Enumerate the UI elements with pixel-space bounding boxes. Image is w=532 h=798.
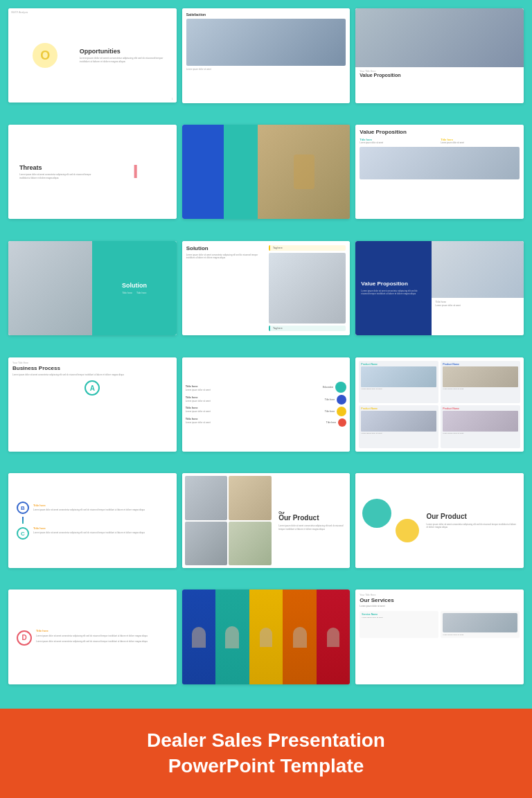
- slide-solution-white[interactable]: Solution Lorem ipsum dolor sit amet cons…: [182, 241, 351, 336]
- circle-red: [338, 418, 346, 427]
- features-grid: Title here Lorem ipsum dolor sit amet Ti…: [360, 138, 520, 145]
- slide-business-bc[interactable]: B Title here Lorem ipsum dolor sit amet …: [8, 473, 177, 567]
- slide-process-circles[interactable]: Title here Lorem ipsum dolor sit amet Ti…: [182, 357, 351, 452]
- slide-title: Our Product: [278, 515, 346, 522]
- product-cell-3: Product Name Lorem ipsum dolor sit amet: [359, 405, 438, 448]
- slide-threats[interactable]: Threats Lorem ipsum dolor sit amet conse…: [8, 125, 177, 219]
- circle-row-3: Title here: [244, 407, 347, 416]
- slide-title: Our Services: [360, 597, 520, 603]
- circle-yellow: [337, 407, 346, 416]
- circles-col: Education Title here Title here Title he…: [244, 382, 347, 427]
- service-image: [443, 613, 517, 632]
- slide-image: [360, 147, 520, 179]
- slide-body: Lorem ipsum dolor sit amet consectetur a…: [186, 254, 266, 260]
- slide-body: Lorem ipsum dolor sit amet consectetur a…: [278, 524, 346, 531]
- sub-item-2: Title here: [136, 292, 146, 294]
- people-image: [258, 125, 350, 220]
- slide-title: Threats: [19, 164, 100, 171]
- text-area: Threats Lorem ipsum dolor sit amet conse…: [14, 159, 100, 184]
- slide-sub: Title here Lorem ipsum dolor sit amet: [432, 298, 524, 310]
- slide-title: Business Process: [12, 365, 172, 371]
- slide-satisfaction[interactable]: Satisfaction Lorem ipsum dolor sit amet: [182, 8, 351, 103]
- product-img-1: [185, 476, 228, 520]
- slide-business-d[interactable]: D Title here Lorem ipsum dolor sit amet …: [8, 589, 177, 684]
- slides-grid: SWOT Analysis Opportunities Lorem ipsum …: [0, 0, 532, 709]
- slide-body: Lorem ipsum dolor sit amet consectetur a…: [12, 373, 172, 377]
- circle-row-2: Title here: [244, 395, 347, 405]
- circle-c: C: [17, 527, 29, 540]
- face-stripe-blue: [182, 589, 216, 684]
- service-item-2: Lorem ipsum dolor sit amet: [441, 611, 520, 639]
- slide-value-prop-blue[interactable]: Value Proposition Lorem ipsum dolor sit …: [355, 241, 524, 336]
- slide-body: Lorem ipsum dolor sit amet consectetur a…: [426, 523, 518, 529]
- product-image-1: [361, 366, 436, 387]
- slide-our-product-collage[interactable]: Our Our Product Lorem ipsum dolor sit am…: [182, 473, 351, 568]
- bc-row-b: B Title here Lorem ipsum dolor sit amet …: [17, 502, 168, 514]
- circle-row-1: Education: [244, 382, 347, 393]
- slide-body: Lorem ipsum dolor sit amet consectetur a…: [80, 57, 171, 64]
- slide-body: Lorem ipsum dolor sit amet: [186, 68, 346, 71]
- opportunity-icon: [33, 43, 57, 68]
- slide-body: Lorem ipsum dolor sit amet consectetur a…: [19, 173, 100, 179]
- circle-d: D: [17, 630, 32, 646]
- product-image-4: [443, 411, 518, 432]
- text-area: Your Title Here Value Proposition: [355, 67, 524, 80]
- sub-items: Title here Title here: [123, 292, 147, 294]
- d-text: Title here Lorem ipsum dolor sit amet co…: [36, 629, 148, 644]
- tag-1: Tag here: [269, 245, 346, 251]
- product-img-3: [185, 522, 228, 565]
- slide-value-prop-img[interactable]: Your Title Here Value Proposition: [355, 8, 524, 103]
- slide-business-process-a[interactable]: Your Title Here Business Process Lorem i…: [8, 357, 177, 452]
- bc-text-b: Title here Lorem ipsum dolor sit amet co…: [33, 504, 145, 512]
- right-panel: Solution Title here Title here: [92, 241, 176, 335]
- tag-2: Tag here: [269, 326, 346, 331]
- slide-colorful-faces[interactable]: [182, 589, 351, 684]
- feature-1: Title here Lorem ipsum dolor sit amet: [360, 138, 438, 145]
- product-img-2: [229, 476, 272, 520]
- sub-item-1: Title here: [123, 292, 132, 294]
- slide-image: [186, 19, 346, 66]
- banner-line-2: PowerPoint Template: [168, 755, 364, 777]
- slide-label: Your Title Here: [12, 362, 172, 364]
- bc-row-c: C Title here Lorem ipsum dolor sit amet …: [17, 526, 168, 540]
- slide-image: [355, 8, 524, 67]
- face-stripe-teal: [215, 589, 249, 684]
- right-panel: Title here Lorem ipsum dolor sit amet: [432, 241, 524, 336]
- circle-b: B: [17, 502, 29, 514]
- product-cell-1: Product Name Lorem ipsum dolor sit amet: [359, 361, 438, 404]
- face-stripe-yellow: [249, 589, 283, 684]
- slide-product-grid[interactable]: Product Name Lorem ipsum dolor sit amet …: [355, 357, 524, 452]
- slide-title: Solution: [122, 282, 147, 289]
- slide-image: [432, 241, 524, 298]
- face-stripe-red: [317, 589, 351, 684]
- icon-area: I: [100, 161, 171, 183]
- slide-our-services[interactable]: Your Title Here Our Services Lorem ipsum…: [355, 589, 524, 684]
- slide-image: [269, 253, 346, 324]
- slide-title: Satisfaction: [186, 12, 346, 17]
- text-area: Our Our Product Lorem ipsum dolor sit am…: [274, 473, 350, 568]
- product-image-2: [443, 366, 518, 387]
- slide-value-prop-text[interactable]: Value Proposition Title here Lorem ipsum…: [355, 125, 524, 220]
- text-block-1: Title here Lorem ipsum dolor sit amet: [186, 384, 241, 392]
- text-block-2: Title here Lorem ipsum dolor sit amet: [186, 396, 241, 403]
- left-panel: Value Proposition Lorem ipsum dolor sit …: [355, 241, 431, 336]
- slide-opportunities[interactable]: SWOT Analysis Opportunities Lorem ipsum …: [8, 8, 177, 103]
- face-stripe-orange: [283, 589, 317, 684]
- slide-colorful-stripes[interactable]: [182, 125, 351, 220]
- stripe-blue: [182, 125, 224, 220]
- circles-area: [361, 502, 420, 540]
- text-area: Solution Lorem ipsum dolor sit amet cons…: [186, 245, 266, 332]
- slide-our-product-circles[interactable]: Our Product Lorem ipsum dolor sit amet c…: [355, 473, 524, 568]
- banner-title: Dealer Sales Presentation PowerPoint Tem…: [14, 728, 518, 779]
- slide-image-left: [8, 241, 92, 335]
- service-item-1: Service Name Lorem ipsum dolor sit amet: [360, 611, 438, 639]
- slide-solution-teal[interactable]: Solution Title here Title here: [8, 241, 177, 335]
- product-cell-2: Product Name Lorem ipsum dolor sit amet: [441, 361, 520, 404]
- slide-desc: Lorem ipsum dolor sit amet: [360, 605, 520, 608]
- connector-line: [22, 517, 24, 524]
- text-block-3: Title here Lorem ipsum dolor sit amet: [186, 406, 241, 414]
- product-img-4: [229, 522, 272, 565]
- feature-2: Title here Lorem ipsum dolor sit amet: [441, 138, 520, 145]
- circle-a: A: [85, 380, 100, 396]
- tag-area: Tag here Tag here: [266, 245, 346, 332]
